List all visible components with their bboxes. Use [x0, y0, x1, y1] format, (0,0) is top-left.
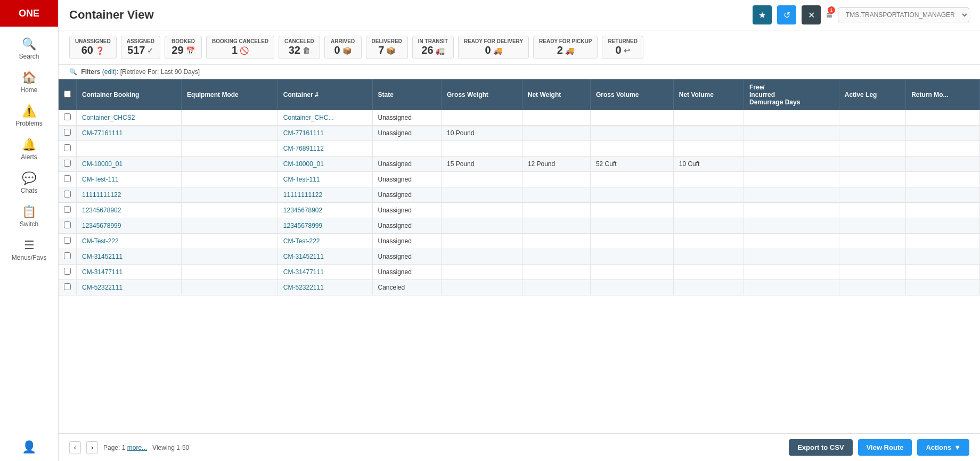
container-num-link[interactable]: CM-31452111: [283, 253, 324, 260]
view-route-button[interactable]: View Route: [858, 439, 912, 456]
row-checkbox[interactable]: [64, 191, 71, 197]
cell-container_booking: CM-31477111: [77, 265, 182, 280]
container-booking-link[interactable]: CM-31477111: [82, 268, 123, 276]
container-booking-link[interactable]: 12345678902: [82, 207, 121, 214]
row-checkbox[interactable]: [64, 144, 71, 151]
cell-equipment_mode: [182, 141, 278, 157]
col-container-num[interactable]: Container #: [277, 79, 372, 110]
sidebar-item-alerts[interactable]: 🔔 Alerts: [0, 133, 58, 166]
prev-page-button[interactable]: ‹: [69, 441, 81, 454]
cell-net_weight: [522, 126, 590, 141]
sidebar-item-switch[interactable]: 📋 Switch: [0, 200, 58, 233]
cell-return_mode: [906, 172, 980, 187]
status-canceled[interactable]: CANCELED 32 🗑: [279, 36, 320, 59]
status-arrived-label: ARRIVED: [331, 38, 355, 44]
container-num-link[interactable]: CM-Test-222: [283, 237, 320, 245]
cell-gross_volume: [590, 234, 673, 249]
refresh-button[interactable]: ↺: [777, 5, 796, 24]
col-equipment-mode[interactable]: Equipment Mode: [182, 79, 278, 110]
col-state[interactable]: State: [372, 79, 442, 110]
row-checkbox[interactable]: [64, 129, 71, 136]
status-ready-delivery[interactable]: READY FOR DELIVERY 0 🚚: [458, 36, 529, 59]
status-unassigned[interactable]: UNASSIGNED 60 ❓: [69, 36, 117, 59]
menu-button[interactable]: ≡ 1: [826, 9, 832, 21]
status-ready-pickup-label: READY FOR PICKUP: [539, 38, 592, 44]
table-row: 1234567890212345678902Unassigned: [59, 203, 980, 218]
sidebar-item-menus[interactable]: ☰ Menus/Favs: [0, 233, 58, 267]
cell-net_volume: [673, 126, 744, 141]
status-ready-pickup[interactable]: READY FOR PICKUP 2 🚚: [533, 36, 598, 59]
container-num-link[interactable]: CM-10000_01: [283, 160, 324, 168]
next-page-button[interactable]: ›: [86, 441, 98, 454]
sidebar-item-home[interactable]: 🏠 Home: [0, 65, 58, 99]
container-booking-link[interactable]: 11111111122: [82, 191, 121, 199]
cell-net_volume: [673, 187, 744, 203]
cell-return_mode: [906, 157, 980, 172]
sidebar-item-label: Problems: [15, 120, 43, 127]
col-container-booking[interactable]: Container Booking: [77, 79, 182, 110]
status-delivered[interactable]: DELIVERED 7 📦: [366, 36, 408, 59]
warning-icon: ⚠️: [22, 104, 36, 118]
cell-gross_volume: [590, 110, 673, 126]
container-booking-link[interactable]: CM-52322111: [82, 284, 123, 291]
sidebar-item-search[interactable]: 🔍 Search: [0, 32, 58, 65]
row-checkbox[interactable]: [64, 268, 71, 275]
container-booking-link[interactable]: CM-Test-111: [82, 176, 119, 183]
row-checkbox[interactable]: [64, 113, 71, 120]
container-num-link[interactable]: CM-77161111: [283, 129, 324, 137]
filters-edit-link[interactable]: edit: [104, 68, 115, 76]
row-checkbox[interactable]: [64, 221, 71, 228]
status-returned[interactable]: RETURNED 0 ↩: [602, 36, 643, 59]
cell-return_mode: [906, 218, 980, 234]
row-checkbox[interactable]: [64, 175, 71, 182]
container-booking-link[interactable]: CM-31452111: [82, 253, 123, 260]
row-checkbox[interactable]: [64, 206, 71, 213]
container-num-link[interactable]: 12345678999: [283, 222, 322, 229]
status-booking-canceled[interactable]: BOOKING CANCELED 1 🚫: [206, 36, 274, 59]
col-free-incurred[interactable]: Free/IncurredDemurrage Days: [744, 79, 839, 110]
cell-free_incurred: [744, 265, 839, 280]
container-booking-link[interactable]: Container_CHCS2: [82, 114, 135, 121]
row-checkbox[interactable]: [64, 160, 71, 167]
close-button[interactable]: ✕: [802, 5, 821, 24]
col-return-mode[interactable]: Return Mo...: [906, 79, 980, 110]
container-num-link[interactable]: CM-31477111: [283, 268, 324, 276]
status-booked[interactable]: BOOKED 29 📅: [165, 36, 202, 59]
sidebar-item-chats[interactable]: 💬 Chats: [0, 166, 58, 200]
export-csv-button[interactable]: Export to CSV: [789, 439, 852, 456]
container-booking-link[interactable]: CM-Test-222: [82, 237, 119, 245]
status-in-transit[interactable]: IN TRANSIT 26 🚛: [412, 36, 454, 59]
status-unassigned-count: 60 ❓: [81, 44, 104, 56]
cell-container_num: CM-76891112: [277, 141, 372, 157]
row-checkbox[interactable]: [64, 283, 71, 290]
container-num-link[interactable]: CM-Test-111: [283, 176, 320, 183]
col-gross-volume[interactable]: Gross Volume: [590, 79, 673, 110]
col-active-leg[interactable]: Active Leg: [839, 79, 905, 110]
container-booking-link[interactable]: CM-10000_01: [82, 160, 123, 168]
container-table: Container Booking Equipment Mode Contain…: [59, 79, 980, 295]
sidebar-item-user-avatar[interactable]: 👤: [0, 435, 58, 461]
select-all-checkbox[interactable]: [64, 90, 71, 97]
status-assigned[interactable]: ASSIGNED 517 ✓: [121, 36, 160, 59]
sidebar-item-problems[interactable]: ⚠️ Problems: [0, 99, 58, 133]
col-net-weight[interactable]: Net Weight: [522, 79, 590, 110]
more-pages-link[interactable]: more...: [127, 444, 147, 451]
col-net-volume[interactable]: Net Volume: [673, 79, 744, 110]
actions-button[interactable]: Actions ▼: [917, 439, 969, 456]
container-num-link[interactable]: 12345678902: [283, 207, 322, 214]
row-checkbox[interactable]: [64, 252, 71, 259]
container-num-link[interactable]: CM-76891112: [283, 145, 324, 152]
menu-icon: ☰: [24, 238, 35, 252]
main-content: Container View ★ ↺ ✕ ≡ 1 TMS.TRANSPORTAT…: [59, 0, 980, 461]
container-booking-link[interactable]: 12345678999: [82, 222, 121, 229]
row-checkbox[interactable]: [64, 237, 71, 244]
status-arrived[interactable]: ARRIVED 0 📦: [324, 36, 362, 59]
container-num-link[interactable]: CM-52322111: [283, 284, 324, 291]
col-gross-weight[interactable]: Gross Weight: [442, 79, 522, 110]
favorite-button[interactable]: ★: [753, 5, 772, 24]
container-booking-link[interactable]: CM-77161111: [82, 129, 123, 137]
user-role-select[interactable]: TMS.TRANSPORTATION_MANAGER: [838, 7, 969, 22]
container-num-link[interactable]: 11111111122: [283, 191, 322, 199]
container-num-link[interactable]: Container_CHC...: [283, 114, 334, 121]
cell-active_leg: [839, 218, 905, 234]
